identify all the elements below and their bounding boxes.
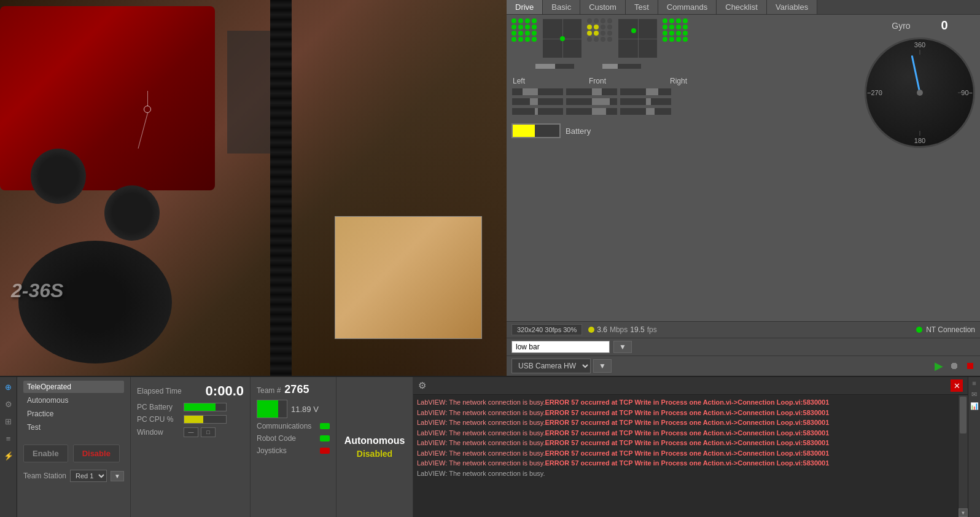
motor-label-right: Right (670, 77, 687, 85)
stream-fps-unit: fps (647, 325, 657, 334)
tab-basic[interactable]: Basic (543, 0, 580, 14)
log-line: LabVIEW: The network connection is busy.… (417, 458, 957, 468)
window-maximize-btn[interactable]: □ (201, 427, 216, 437)
scroll-down-btn[interactable]: ▼ (959, 508, 968, 517)
pc-battery-label: PC Battery (137, 403, 180, 411)
tab-checklist[interactable]: Checklist (717, 0, 767, 14)
console-scrollbar: ▼ (958, 395, 968, 517)
disable-button[interactable]: Disable (73, 445, 120, 462)
elapsed-value: 0:00.0 (206, 383, 244, 399)
motor-bars: Left Front Right (511, 77, 688, 117)
motor-label-left: Left (513, 77, 525, 85)
gyro-label-360: 360 (914, 41, 925, 49)
camera-record-btn[interactable]: ⏹ (965, 360, 975, 371)
stream-fps-value: 19.5 (630, 325, 644, 334)
auto-status-line1: Autonomous (344, 435, 405, 446)
left-sidebar: ⊕ ⚙ ⊞ ≡ ⚡ (0, 377, 17, 517)
pc-cpu-label: PC CPU % (137, 415, 180, 424)
log-line: LabVIEW: The network connection is busy.… (417, 428, 957, 438)
joystick-display-right (618, 18, 658, 58)
motor-bar-right-2 (620, 98, 672, 106)
motor-bar-right-1 (620, 88, 672, 96)
enable-disable-row: Enable Disable (17, 440, 130, 467)
sidebar-icon-lightning[interactable]: ⚡ (2, 449, 15, 462)
mini-icon-2[interactable]: ✉ (971, 391, 977, 398)
joysticks-label: Joysticks (257, 446, 287, 455)
sidebar-icon-diagnostics[interactable]: ⚙ (2, 398, 15, 410)
motor-bar-right-3 (620, 107, 672, 115)
gyro-label-180: 180 (914, 137, 925, 144)
log-line: LabVIEW: The network connection is busy.… (417, 418, 957, 428)
console-panel: ⚙ ✕ LabVIEW: The network connection is b… (413, 377, 968, 517)
stream-status-dot (588, 327, 594, 333)
stream-fps-label: Mbps (610, 325, 628, 334)
log-line: LabVIEW: The network connection is busy.… (417, 408, 957, 418)
ds-modes-list: TeleOperated Autonomous Practice Test (17, 377, 130, 437)
comms-label: Communications (257, 422, 311, 430)
robotcode-indicator (320, 435, 330, 441)
pc-cpu-bar (184, 415, 227, 424)
camera-controls-bar: USB Camera HW ▼ ▶ ⏺ ⏹ (507, 356, 980, 376)
window-minimize-btn[interactable]: — (184, 427, 198, 437)
robotcode-label: Robot Code (257, 434, 296, 443)
tab-custom[interactable]: Custom (580, 0, 626, 14)
team-station-arrow[interactable]: ▼ (111, 471, 124, 481)
camera-source-arrow[interactable]: ▼ (593, 359, 612, 373)
voltage-bar (257, 400, 287, 418)
team-number: 2765 (284, 383, 309, 396)
gyro-dial: 360 180 −270 90− (865, 37, 975, 148)
team-station-row: Team Station Red 1 ▼ (17, 467, 130, 484)
gyro-label-90: 90− (961, 89, 973, 96)
robotcode-row: Robot Code (257, 434, 330, 443)
enable-button[interactable]: Enable (23, 445, 68, 462)
pc-battery-bar (184, 403, 227, 411)
tab-variables[interactable]: Variables (767, 0, 817, 14)
auto-selector-input[interactable] (511, 341, 610, 353)
mode-test[interactable]: Test (23, 421, 124, 433)
nt-connection-dot (916, 327, 922, 333)
tab-drive[interactable]: Drive (507, 0, 543, 14)
camera-stop-btn[interactable]: ⏺ (949, 360, 959, 371)
auto-status-line2: Disabled (357, 449, 392, 459)
auto-status-panel: Autonomous Disabled (336, 377, 413, 517)
stream-quality: 320x240 30fps 30% (511, 324, 582, 335)
tab-test[interactable]: Test (626, 0, 658, 14)
motor-bar-left-2 (511, 98, 564, 106)
camera-source-select[interactable]: USB Camera HW (511, 359, 591, 373)
tab-commands[interactable]: Commands (658, 0, 717, 14)
mode-practice[interactable]: Practice (23, 408, 124, 420)
joystick-slider-left (535, 63, 575, 69)
comms-indicator (320, 423, 330, 429)
console-body: LabVIEW: The network connection is busy.… (413, 395, 968, 517)
voltage-value: 11.89 V (291, 405, 319, 414)
team-station-select[interactable]: Red 1 (70, 470, 107, 482)
console-gear-icon[interactable]: ⚙ (418, 380, 426, 391)
motor-bar-left-1 (511, 88, 564, 96)
auto-selector-dropdown-btn[interactable]: ▼ (613, 341, 632, 353)
console-header: ⚙ ✕ (413, 377, 968, 395)
joystick-slider-right (602, 63, 642, 69)
battery-display: Battery (511, 123, 688, 138)
camera-play-btn[interactable]: ▶ (935, 359, 943, 373)
gyro-panel: Gyro 0 360 180 −270 90− (865, 18, 975, 317)
sidebar-icon-usb[interactable]: ≡ (2, 432, 15, 445)
team-hash-label: Team # (257, 386, 281, 395)
battery-label: Battery (566, 126, 591, 136)
dots-right (663, 18, 688, 42)
gyro-title: Gyro (892, 21, 910, 31)
camera-view: 2-36S (0, 0, 507, 376)
scroll-thumb[interactable] (960, 397, 966, 433)
sidebar-icon-drive[interactable]: ⊕ (2, 381, 15, 393)
mode-teleoperated[interactable]: TeleOperated (23, 381, 124, 393)
nt-connection-label: NT Connection (926, 325, 975, 334)
right-mini-sidebar: ≡ ✉ 📊 (968, 377, 980, 517)
motor-bar-front-2 (566, 98, 618, 106)
sidebar-icon-io[interactable]: ⊞ (2, 415, 15, 427)
console-close-btn[interactable]: ✕ (951, 379, 963, 392)
mini-icon-1[interactable]: ≡ (972, 379, 976, 387)
mini-icon-3[interactable]: 📊 (970, 402, 979, 410)
mode-autonomous[interactable]: Autonomous (23, 394, 124, 406)
voltage-row: 11.89 V (257, 400, 330, 418)
elapsed-label: Elapsed Time (137, 387, 182, 395)
dots-left (511, 18, 537, 42)
